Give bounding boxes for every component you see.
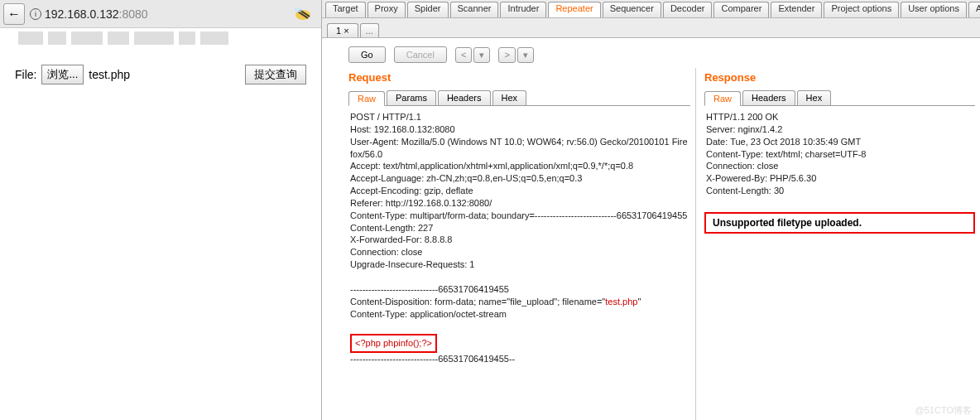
cancel-button[interactable]: Cancel [394, 46, 447, 63]
request-panel: Request RawParamsHeadersHex POST / HTTP/… [322, 68, 696, 420]
response-title: Response [704, 71, 975, 84]
url-text[interactable]: 192.168.0.132:8080 [45, 7, 148, 21]
watermark: @51CTO博客 [915, 404, 972, 417]
request-tab-hex[interactable]: Hex [492, 90, 527, 105]
tab-repeater[interactable]: Repeater [548, 2, 600, 17]
next-button[interactable]: > [498, 47, 515, 63]
tab-user-options[interactable]: User options [901, 2, 967, 17]
response-body-highlight: Unsupported filetype uploaded. [704, 212, 975, 234]
request-title: Request [348, 71, 690, 84]
request-tab-headers[interactable]: Headers [438, 90, 491, 105]
request-raw[interactable]: POST / HTTP/1.1 Host: 192.168.0.132:8080… [348, 108, 690, 369]
info-icon[interactable]: i [30, 8, 41, 20]
filename-highlight: test.php [605, 297, 637, 307]
address-bar: ← i 192.168.0.132:8080 [0, 0, 321, 28]
tab-decoder[interactable]: Decoder [663, 2, 713, 17]
response-tab-headers[interactable]: Headers [742, 90, 795, 105]
redacted-row [0, 28, 321, 48]
tab-sequencer[interactable]: Sequencer [603, 2, 661, 17]
prev-button[interactable]: < [455, 47, 472, 63]
burp-pane: TargetProxySpiderScannerIntruderRepeater… [321, 0, 980, 420]
upload-form: File: 浏览... test.php 提交查询 [0, 48, 321, 84]
arrow-left-icon: ← [7, 7, 21, 22]
back-button[interactable]: ← [3, 3, 25, 25]
repeater-sub-tabs: 1 × ... [322, 18, 980, 38]
bee-icon [285, 3, 318, 25]
response-panel: Response RawHeadersHex HTTP/1.1 200 OK S… [696, 68, 980, 420]
tab-proxy[interactable]: Proxy [368, 2, 406, 17]
tab-intruder[interactable]: Intruder [500, 2, 546, 17]
repeater-tab-1[interactable]: 1 × [327, 23, 358, 37]
browse-button[interactable]: 浏览... [41, 65, 84, 84]
go-button[interactable]: Go [348, 46, 386, 63]
response-tab-hex[interactable]: Hex [797, 90, 832, 105]
response-inner-tabs: RawHeadersHex [704, 90, 975, 106]
tab-scanner[interactable]: Scanner [450, 2, 499, 17]
tab-spider[interactable]: Spider [407, 2, 449, 17]
selected-filename: test.php [89, 68, 130, 81]
browser-pane: ← i 192.168.0.132:8080 File: 浏览... test.… [0, 0, 321, 420]
response-tab-raw[interactable]: Raw [704, 91, 741, 106]
next-dropdown[interactable]: ▾ [517, 47, 534, 63]
action-row: Go Cancel < ▾ > ▾ [322, 38, 980, 68]
request-tab-params[interactable]: Params [387, 90, 436, 105]
payload-highlight: <?php phpinfo();?> [350, 334, 437, 353]
history-prev-group: < ▾ [455, 47, 490, 63]
request-inner-tabs: RawParamsHeadersHex [348, 90, 690, 106]
tab-extender[interactable]: Extender [771, 2, 822, 17]
submit-button[interactable]: 提交查询 [245, 65, 306, 84]
response-raw[interactable]: HTTP/1.1 200 OK Server: nginx/1.4.2 Date… [704, 108, 975, 200]
svg-point-1 [294, 7, 302, 12]
file-label: File: [15, 68, 36, 81]
tab-project-options[interactable]: Project options [824, 2, 899, 17]
history-next-group: > ▾ [498, 47, 533, 63]
tab-alerts[interactable]: Alerts [968, 2, 980, 17]
tab-comparer[interactable]: Comparer [713, 2, 769, 17]
request-tab-raw[interactable]: Raw [348, 91, 385, 106]
main-tabs: TargetProxySpiderScannerIntruderRepeater… [322, 0, 980, 18]
prev-dropdown[interactable]: ▾ [473, 47, 490, 63]
tab-target[interactable]: Target [325, 2, 366, 17]
repeater-tab-more[interactable]: ... [360, 23, 379, 37]
